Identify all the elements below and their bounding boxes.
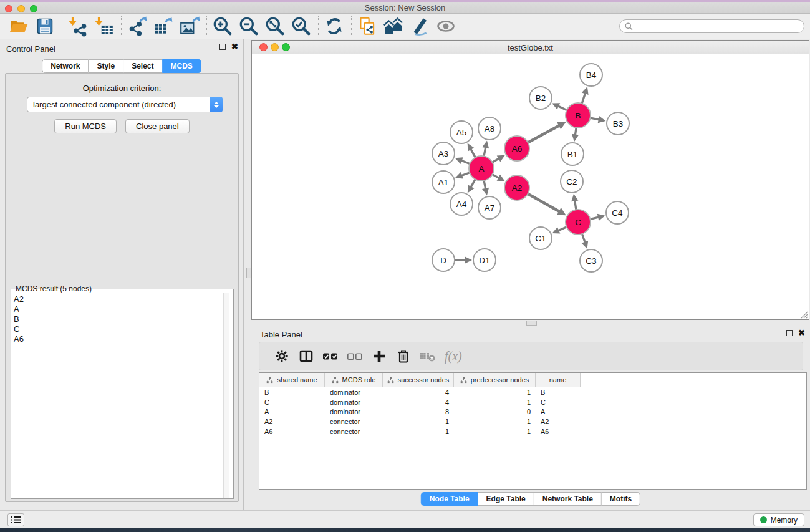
optimization-criterion-dropdown[interactable]: largest connected component (directed) <box>27 97 223 112</box>
graph-node-A[interactable]: A <box>469 156 494 181</box>
table-cell[interactable]: B <box>536 387 581 397</box>
column-header-shared-name[interactable]: shared name <box>259 373 325 387</box>
mcds-result-item[interactable]: B <box>14 314 223 324</box>
zoom-selected-button[interactable] <box>291 15 312 37</box>
network-graph-canvas[interactable]: B4B2BB3A8A5A6A3B1AC2A1A2A4A7C4CC1DD1C3 <box>252 54 809 319</box>
tab-mcds[interactable]: MCDS <box>163 59 201 73</box>
edge-A-A7[interactable] <box>484 180 486 189</box>
column-header-name[interactable]: name <box>536 373 581 387</box>
table-cell[interactable]: 8 <box>383 407 454 417</box>
mcds-result-item[interactable]: A <box>14 304 223 314</box>
table-cell[interactable]: 4 <box>383 397 454 407</box>
export-network-button[interactable] <box>127 15 148 37</box>
table-settings-button[interactable] <box>271 345 293 367</box>
graph-node-B3[interactable]: B3 <box>607 112 629 135</box>
close-panel-button[interactable]: Close panel <box>125 119 190 133</box>
edge-A-A1[interactable] <box>461 172 470 175</box>
split-view-button[interactable] <box>295 345 317 367</box>
edge-A-A8[interactable] <box>484 147 486 157</box>
zoom-fit-button[interactable] <box>264 15 286 37</box>
edge-B-B4[interactable] <box>582 93 586 104</box>
mcds-result-item[interactable]: C <box>14 324 223 334</box>
search-input[interactable] <box>636 22 799 31</box>
graph-node-A6[interactable]: A6 <box>504 136 529 161</box>
table-cell[interactable]: connector <box>325 417 383 427</box>
edge-C-C3[interactable] <box>582 233 585 243</box>
tab-network-table[interactable]: Network Table <box>534 492 602 506</box>
edge-A6-B[interactable] <box>528 125 559 143</box>
graph-node-A2[interactable]: A2 <box>504 175 529 200</box>
table-cell[interactable]: C <box>536 397 581 407</box>
mcds-result-list[interactable]: A2ABCA6 <box>11 293 223 498</box>
close-panel-icon[interactable]: ✖ <box>231 44 238 50</box>
task-history-button[interactable] <box>7 513 24 526</box>
float-panel-icon[interactable] <box>219 44 226 50</box>
table-cell[interactable]: A <box>259 407 325 417</box>
zoom-out-button[interactable] <box>238 15 259 37</box>
copy-network-button[interactable] <box>357 15 378 37</box>
mcds-result-item[interactable]: A6 <box>14 334 223 344</box>
column-header-mcds-role[interactable]: MCDS role <box>325 373 383 387</box>
table-cell[interactable]: connector <box>325 427 383 437</box>
table-row[interactable]: Adominator80A <box>259 407 806 417</box>
window-resize-grip[interactable] <box>799 309 808 319</box>
table-cell[interactable]: C <box>259 397 325 407</box>
tab-edge-table[interactable]: Edge Table <box>478 492 534 506</box>
graph-node-B1[interactable]: B1 <box>561 143 584 165</box>
graph-node-D[interactable]: D <box>432 249 455 271</box>
table-cell[interactable]: 1 <box>383 417 454 427</box>
refresh-view-button[interactable] <box>324 15 345 37</box>
graph-node-A4[interactable]: A4 <box>450 193 473 215</box>
edge-C-C1[interactable] <box>558 227 567 231</box>
table-cell[interactable]: 4 <box>383 387 454 397</box>
memory-button[interactable]: Memory <box>753 513 804 526</box>
graph-node-A3[interactable]: A3 <box>432 142 455 165</box>
tab-style[interactable]: Style <box>89 59 123 73</box>
graph-node-B4[interactable]: B4 <box>580 64 602 86</box>
graph-node-C1[interactable]: C1 <box>529 227 552 249</box>
open-session-button[interactable] <box>8 15 29 37</box>
graph-node-A5[interactable]: A5 <box>450 121 473 143</box>
float-table-panel-icon[interactable] <box>786 330 793 336</box>
table-cell[interactable]: A6 <box>536 427 581 437</box>
close-table-panel-icon[interactable]: ✖ <box>798 330 805 336</box>
graph-node-B[interactable]: B <box>566 103 591 128</box>
table-cell[interactable]: 1 <box>454 427 536 437</box>
hide-labels-button[interactable] <box>409 15 430 37</box>
table-cell[interactable]: A6 <box>259 427 325 437</box>
function-builder-button[interactable]: f(x) <box>445 349 462 364</box>
edge-A2-C[interactable] <box>528 193 560 211</box>
table-cell[interactable]: A2 <box>259 417 325 427</box>
zoom-in-button[interactable] <box>212 15 233 37</box>
table-cell[interactable]: 1 <box>454 417 536 427</box>
edge-C-C4[interactable] <box>589 217 599 219</box>
table-row[interactable]: A2connector11A2 <box>259 417 806 427</box>
export-image-button[interactable] <box>179 15 200 37</box>
edge-A-A6[interactable] <box>492 158 499 163</box>
graph-node-C3[interactable]: C3 <box>580 249 602 272</box>
table-row[interactable]: Cdominator41C <box>259 397 806 407</box>
tab-node-table[interactable]: Node Table <box>421 492 478 506</box>
search-box[interactable] <box>619 19 804 33</box>
network-window-titlebar[interactable]: testGlobe.txt <box>252 41 809 54</box>
show-view-button[interactable] <box>435 15 456 37</box>
mcds-result-scrollbar[interactable] <box>223 293 229 498</box>
tab-network[interactable]: Network <box>42 59 89 73</box>
save-session-button[interactable] <box>34 15 55 37</box>
graph-node-C4[interactable]: C4 <box>606 201 629 224</box>
select-all-button[interactable] <box>319 345 342 367</box>
edge-A-A5[interactable] <box>471 149 476 158</box>
tab-motifs[interactable]: Motifs <box>602 492 640 506</box>
import-table-button[interactable] <box>94 15 115 37</box>
graph-node-A7[interactable]: A7 <box>478 196 501 219</box>
home-views-button[interactable] <box>383 15 404 37</box>
table-cell[interactable]: A <box>536 407 581 417</box>
import-network-button[interactable] <box>67 15 89 37</box>
edge-A-A4[interactable] <box>471 179 476 188</box>
table-cell[interactable]: 1 <box>383 427 454 437</box>
edge-B-B2[interactable] <box>558 106 567 110</box>
table-cell[interactable]: dominator <box>325 407 383 417</box>
splitter-grip-vertical[interactable] <box>246 268 251 278</box>
table-row[interactable]: Bdominator41B <box>259 387 806 397</box>
edge-B-B3[interactable] <box>590 118 599 120</box>
